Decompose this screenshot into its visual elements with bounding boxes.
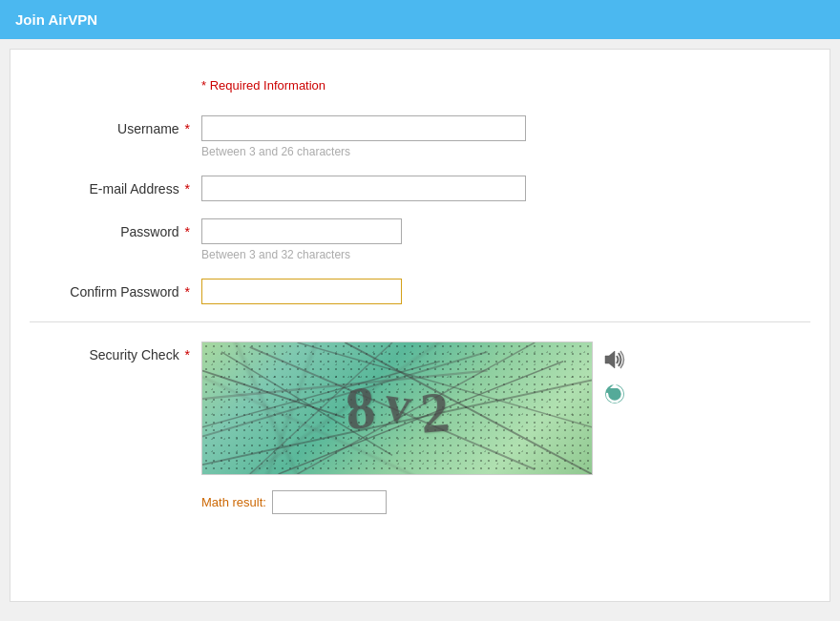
captcha-char-2: v	[382, 372, 415, 434]
captcha-chars: 8 v 2	[346, 375, 449, 443]
captcha-icons	[600, 342, 629, 408]
password-label: Password *	[30, 218, 201, 239]
confirm-password-input[interactable]	[201, 279, 402, 304]
password-hint: Between 3 and 32 characters	[201, 248, 402, 261]
confirm-password-required-star: *	[181, 284, 190, 300]
confirm-password-field-wrap	[201, 279, 402, 304]
svg-marker-12	[605, 351, 615, 368]
title-text: Join AirVPN	[15, 11, 97, 28]
captcha-image: 8 v 2	[201, 342, 593, 475]
security-check-row: Security Check *	[30, 342, 810, 475]
title-bar: Join AirVPN	[0, 0, 840, 39]
audio-captcha-button[interactable]	[600, 345, 629, 374]
math-result-label: Math result:	[201, 495, 266, 509]
main-content: * Required Information Username * Betwee…	[10, 49, 830, 602]
form-divider	[30, 321, 810, 322]
username-required-star: *	[181, 121, 190, 136]
password-required-star: *	[181, 224, 190, 239]
email-row: E-mail Address *	[30, 176, 810, 201]
refresh-icon	[602, 382, 627, 406]
email-label: E-mail Address *	[30, 176, 201, 197]
speaker-icon	[602, 347, 627, 372]
email-input[interactable]	[201, 176, 526, 201]
captcha-area: 8 v 2	[201, 342, 629, 475]
password-row: Password * Between 3 and 32 characters	[30, 218, 810, 261]
confirm-password-row: Confirm Password *	[30, 279, 810, 304]
username-input[interactable]	[201, 115, 526, 141]
confirm-password-label: Confirm Password *	[30, 279, 201, 300]
username-field-wrap: Between 3 and 26 characters	[201, 115, 526, 158]
email-required-star: *	[181, 181, 190, 197]
password-input[interactable]	[201, 218, 402, 244]
username-hint: Between 3 and 26 characters	[201, 145, 526, 158]
required-info-text: * Required Information	[201, 78, 810, 93]
username-row: Username * Between 3 and 26 characters	[30, 115, 810, 158]
math-result-input[interactable]	[272, 490, 387, 514]
security-required-star: *	[181, 347, 190, 362]
username-label: Username *	[30, 115, 201, 136]
password-field-wrap: Between 3 and 32 characters	[201, 218, 402, 261]
email-field-wrap	[201, 176, 526, 201]
captcha-char-1: 8	[343, 372, 378, 445]
captcha-char-3: 2	[417, 379, 452, 446]
math-result-row: Math result:	[201, 490, 810, 514]
security-check-label: Security Check *	[30, 342, 201, 362]
refresh-captcha-button[interactable]	[600, 380, 629, 408]
